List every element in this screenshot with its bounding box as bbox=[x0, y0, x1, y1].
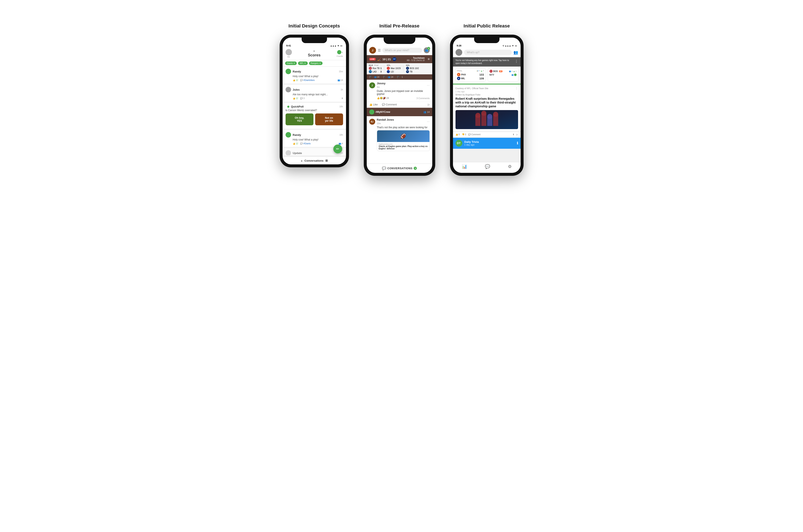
p3-signal-area: ◁ ▲▲▲ ▼ ▭ bbox=[502, 44, 517, 47]
feed-content-jules: Ate too many wings last night... bbox=[293, 93, 343, 96]
p3-time: 9:28 bbox=[457, 44, 462, 47]
signal-icon: ▲▲▲ bbox=[330, 44, 336, 47]
phone-1-frame: 9:41 ▲▲▲ ▼ ▭ Me bbox=[280, 35, 349, 167]
fab-compose[interactable]: ✏ bbox=[333, 145, 342, 153]
p2-link-card[interactable]: 🏈 bigblueview.com Giants at Eagles game … bbox=[377, 130, 430, 151]
p3-like-btn[interactable]: 👍 0 bbox=[455, 133, 460, 136]
feed-content-randy1: Holy cow! What a play! bbox=[293, 75, 343, 78]
live-td-info: Touchdown 4th - 5:32 2nd & 10 bbox=[407, 57, 425, 61]
phone-3-notch bbox=[474, 38, 500, 43]
conversations-bar[interactable]: ▲ Conversations ⊞ bbox=[283, 156, 346, 164]
conversations-label: Conversations bbox=[304, 159, 323, 162]
p3-share-btn[interactable]: ⬆ bbox=[512, 133, 514, 136]
feed-content-randy2: Holy cow! What a play! bbox=[293, 138, 343, 141]
p3-article-date: 1 day ago bbox=[455, 91, 518, 93]
trivia-info-icon[interactable]: ℹ bbox=[517, 141, 518, 145]
p2-menu-icon[interactable]: ☰ bbox=[378, 49, 381, 52]
nycrew-count: 👥 14 bbox=[423, 111, 430, 113]
comment-icon-jules[interactable]: 💬 3 bbox=[300, 97, 304, 99]
dropdown-arrow[interactable]: ▾ bbox=[294, 50, 335, 53]
p3-comment-btn[interactable]: 💬 Comment bbox=[468, 133, 481, 136]
p3-article-menu[interactable]: ⋮ bbox=[515, 87, 518, 90]
p3-article-actions: 👍 0 👎 0 💬 Comment ⬆ ▷ bbox=[453, 132, 521, 138]
p2-jimmy-reactions: 👍😂🏈 24 3 Comments bbox=[377, 97, 430, 99]
live-grid-icon[interactable]: ≡ bbox=[428, 57, 430, 61]
p2-randall-username: Randall Jones bbox=[377, 118, 394, 121]
section-1: Initial Design Concepts 9:41 ▲▲▲ ▼ ▭ bbox=[280, 23, 349, 167]
status-icons: ▲▲▲ ▼ ▭ bbox=[330, 44, 342, 47]
poll-yes-button[interactable]: Oh boy,YES bbox=[285, 113, 314, 125]
feed-item-randy-1: Randy 15m Holy cow! What a play! 👍 12 💬 … bbox=[283, 66, 346, 83]
avatar-me[interactable]: Me bbox=[285, 49, 292, 58]
scores-center: ▾ Scores bbox=[292, 50, 337, 57]
section-2-title: Initial Pre-Release bbox=[379, 23, 419, 29]
poll-buttons: Oh boy,YES Not onyer life bbox=[285, 113, 343, 125]
phone-1-notch bbox=[302, 38, 327, 43]
wifi-icon: ▼ bbox=[337, 44, 339, 47]
flag-icon-3: 🏴 bbox=[397, 76, 400, 78]
nav-scores-icon[interactable]: 📊 bbox=[462, 164, 467, 169]
p3-follow-icon[interactable]: 👥 bbox=[513, 50, 518, 55]
poll-no-button[interactable]: Not onyer life bbox=[315, 113, 343, 125]
like-icon-randy2[interactable]: 👍 12 bbox=[293, 142, 298, 145]
p3-avatar[interactable] bbox=[455, 49, 462, 56]
p2-randall-time: 10m bbox=[377, 122, 381, 125]
p2-bottom-bar[interactable]: 💬 CONVERSATIONS 3 bbox=[367, 164, 432, 173]
hashtag-randy2[interactable]: 💬 #Giants bbox=[300, 142, 311, 145]
p3-no-games-bar[interactable]: You're not following any live games righ… bbox=[453, 57, 521, 66]
share-icon-jules[interactable]: ⬆ bbox=[341, 97, 343, 99]
p3-signal-icon: ▲▲▲ bbox=[505, 44, 511, 47]
feed-scroll-area[interactable]: Randy 15m Holy cow! What a play! 👍 12 💬 … bbox=[283, 66, 346, 155]
users-randy2: 👥 4 bbox=[339, 142, 343, 145]
like-action[interactable]: 👍 Like bbox=[369, 103, 378, 106]
p2-live-bar[interactable]: LIVE 🏒 10 | 21 NY Touchdown 4th - 5:32 2… bbox=[367, 55, 432, 63]
like-icon-jules[interactable]: 👍 12 bbox=[293, 97, 298, 99]
p2-nycrew-header[interactable]: #MyNYCrew 👥 14 bbox=[367, 108, 432, 116]
p3-article-author: Written by Angelique Fiske bbox=[455, 94, 518, 96]
p3-search-bar[interactable]: What's up? bbox=[464, 50, 512, 55]
filter-giants[interactable]: Giants ✕ bbox=[285, 61, 297, 65]
live-team-icon: 🏒 bbox=[377, 57, 381, 61]
trivia-subtitle: 1 day ago bbox=[464, 144, 479, 146]
comment-action[interactable]: 💬 Comment bbox=[382, 103, 397, 106]
p2-randall-menu[interactable]: ··· bbox=[427, 120, 430, 124]
like-icon[interactable]: 👍 12 bbox=[293, 79, 298, 81]
p3-scores-row: FINAL 📊 0 ▲ 0 P PHX 103 bbox=[453, 66, 521, 84]
nav-settings-icon[interactable]: ⚙ bbox=[508, 164, 512, 169]
feed-username-randy1: Randy bbox=[293, 70, 301, 73]
section-1-title: Initial Design Concepts bbox=[288, 23, 340, 29]
filter-rangers[interactable]: Rangers ✕ bbox=[309, 61, 323, 65]
trivia-title: Daily Trivia bbox=[464, 140, 479, 144]
p3-score-card-1[interactable]: FINAL 📊 0 ▲ 0 P PHX 103 bbox=[455, 68, 486, 81]
flag-icon-1: 🏴 bbox=[369, 76, 372, 78]
mlb-score: MLB Final TB Ros TB 1 LA LAD bbox=[369, 64, 382, 73]
p3-send-btn[interactable]: ▷ bbox=[516, 133, 518, 136]
feed-time-randy1: 15m bbox=[339, 70, 343, 73]
users-count: 👥 14 bbox=[338, 79, 343, 81]
p2-avatar-user[interactable]: J bbox=[369, 47, 376, 54]
feed-username-randy2: Randy bbox=[293, 133, 301, 136]
hashtag-link[interactable]: 💬 #Giantsfans bbox=[300, 79, 315, 81]
nav-chat-icon[interactable]: 💬 bbox=[485, 164, 490, 169]
time-display: 9:41 bbox=[286, 44, 291, 47]
link-title: Giants at Eagles game plan: Play-action … bbox=[379, 145, 428, 150]
p3-daily-trivia[interactable]: DT Daily Trivia 1 day ago ℹ bbox=[453, 138, 521, 149]
p2-jimmy-menu[interactable]: ··· bbox=[427, 83, 430, 87]
phone-1-header: Me ▾ Scores ‹ Friends bbox=[283, 48, 346, 60]
p3-no-games-menu[interactable]: ⋮ bbox=[515, 59, 518, 63]
trivia-info-block: Daily Trivia 1 day ago bbox=[464, 140, 479, 146]
share-action[interactable]: ▷ bbox=[428, 103, 430, 106]
trivia-avatar: DT bbox=[455, 140, 462, 147]
filter-nfl[interactable]: NFL ✕ bbox=[298, 61, 307, 65]
epl-score: EPL M Man 10/29 L LEI bbox=[387, 64, 400, 73]
p2-feed-randall: RJ Randall Jones 10m ··· That's not the … bbox=[367, 116, 432, 153]
p2-search-input[interactable]: What's on your mind? bbox=[382, 48, 422, 53]
p2-users-icon[interactable]: 👥 3 bbox=[424, 47, 430, 53]
p3-score-card-2[interactable]: B BOS PP 👥 5 ▲ 0 bbox=[488, 68, 519, 81]
p2-header: J ☰ What's on your mind? 👥 3 bbox=[367, 46, 432, 55]
friends-section[interactable]: ‹ Friends bbox=[336, 50, 343, 57]
battery-icon: ▭ bbox=[340, 44, 342, 47]
p3-wifi-icon: ▼ bbox=[512, 44, 514, 47]
p3-dislike-btn[interactable]: 👎 0 bbox=[462, 133, 466, 136]
feed-time-randy2: 18h bbox=[339, 134, 343, 136]
